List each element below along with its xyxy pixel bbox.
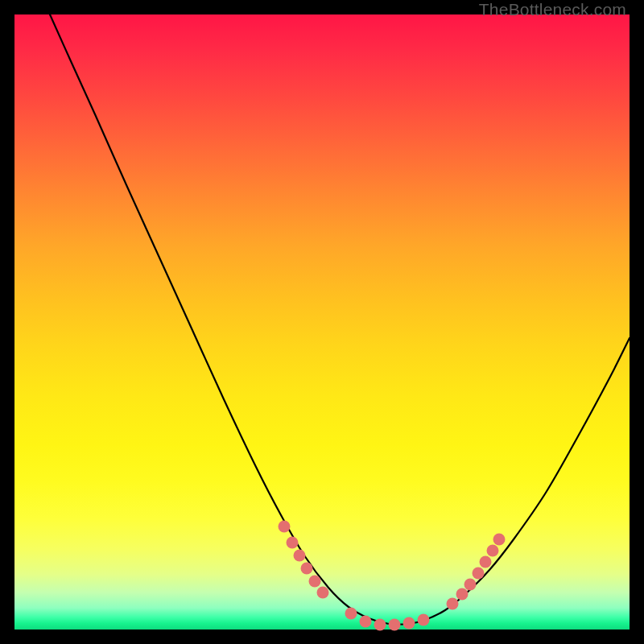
data-point bbox=[360, 616, 372, 628]
chart-stage: TheBottleneck.com bbox=[0, 0, 644, 644]
data-point bbox=[456, 588, 469, 601]
data-point bbox=[309, 576, 321, 588]
data-point bbox=[473, 568, 485, 580]
data-point bbox=[345, 608, 357, 620]
data-point bbox=[301, 563, 313, 575]
data-point bbox=[317, 587, 329, 599]
data-point bbox=[294, 550, 306, 562]
data-point bbox=[403, 617, 415, 630]
data-point bbox=[447, 598, 459, 610]
data-point bbox=[279, 521, 291, 533]
data-point bbox=[480, 556, 492, 568]
data-point bbox=[374, 619, 386, 631]
data-point bbox=[487, 545, 499, 557]
data-point bbox=[287, 537, 299, 549]
data-point-markers bbox=[279, 521, 506, 631]
curve-layer bbox=[14, 14, 630, 630]
data-point bbox=[464, 579, 477, 591]
bottleneck-curve bbox=[50, 14, 630, 625]
data-point bbox=[493, 534, 506, 546]
data-point bbox=[389, 619, 401, 631]
data-point bbox=[418, 614, 430, 626]
